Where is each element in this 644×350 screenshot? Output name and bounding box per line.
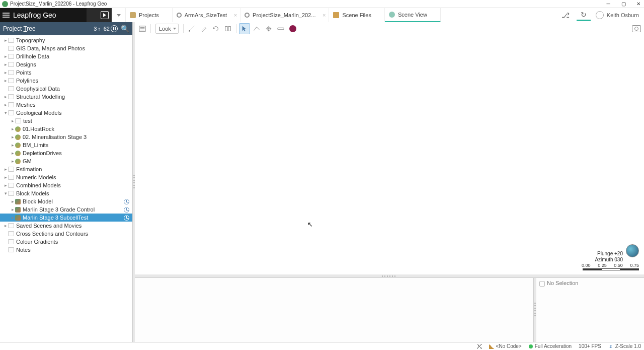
- folder-icon: [8, 78, 14, 83]
- measure-tool[interactable]: [186, 23, 197, 34]
- scale-labels: 0.000.250.500.75: [582, 263, 639, 268]
- project-tree[interactable]: ▸Topography ▸GIS Data, Maps and Photos ▸…: [0, 35, 132, 342]
- folder-icon: [15, 118, 21, 123]
- status-axis[interactable]: [477, 344, 482, 349]
- rotate-tool[interactable]: [210, 23, 221, 34]
- tab-label: ArmArs_SizeTest: [185, 12, 227, 18]
- header-right-icons: ⎇ ↻ Keith Osburn: [559, 8, 644, 22]
- tree-gm-gm[interactable]: ▸GM: [0, 157, 132, 165]
- shape-list-panel[interactable]: [135, 278, 534, 342]
- scene-toolbar: Look: [135, 22, 644, 35]
- model-icon: [15, 126, 21, 132]
- select-tool[interactable]: [239, 23, 250, 34]
- tree-geological-models[interactable]: ▾Geological Models: [0, 109, 132, 117]
- status-dot-icon: [529, 344, 533, 348]
- tab-scene-view[interactable]: Scene View: [385, 8, 441, 22]
- compass-widget[interactable]: Plunge +20 Azimuth 030 0.000.250.500.75: [582, 251, 639, 270]
- tree-estimation[interactable]: ▸Estimation: [0, 165, 132, 173]
- ruler-tool[interactable]: [275, 23, 286, 34]
- chevron-down-icon: [117, 14, 121, 17]
- tree-combined[interactable]: ▸Combined Models: [0, 181, 132, 189]
- screenshot-button[interactable]: [631, 23, 642, 34]
- folder-icon: [8, 223, 14, 228]
- tree-gis[interactable]: ▸GIS Data, Maps and Photos: [0, 44, 132, 52]
- processing-icon: [124, 215, 129, 221]
- menu-button[interactable]: [0, 8, 12, 22]
- tab-close-icon[interactable]: ×: [323, 12, 326, 18]
- status-code[interactable]: <No Code>: [489, 343, 522, 349]
- close-button[interactable]: ✕: [635, 1, 642, 8]
- tree-gm-depletion[interactable]: ▸DepletionDrives: [0, 149, 132, 157]
- tree-gm-bmlimits[interactable]: ▸BM_Limits: [0, 141, 132, 149]
- look-dropdown[interactable]: Look: [155, 24, 179, 34]
- slice-tool[interactable]: [222, 23, 233, 34]
- record-icon: [289, 25, 296, 32]
- tree-gm-hostrock[interactable]: ▸01.HostRock: [0, 125, 132, 133]
- tree-points[interactable]: ▸Points: [0, 68, 132, 77]
- compass-ball-icon[interactable]: [626, 244, 639, 257]
- tab-projectsize[interactable]: ProjectSize_Marlin_202... ×: [240, 8, 329, 22]
- folder-icon: [8, 110, 14, 115]
- status-zscale[interactable]: zZ-Scale 1.0: [608, 343, 641, 349]
- scene-viewport[interactable]: ↖ Plunge +20 Azimuth 030 0.000.250.500.7…: [135, 35, 644, 274]
- minimize-button[interactable]: ─: [605, 1, 612, 8]
- tree-saved-scenes[interactable]: ▸Saved Scenes and Movies: [0, 222, 132, 230]
- svg-rect-5: [225, 26, 227, 31]
- user-menu[interactable]: Keith Osburn: [596, 11, 639, 19]
- pen-tool[interactable]: [198, 23, 209, 34]
- folder-icon: [8, 62, 14, 67]
- projects-icon: [130, 12, 136, 18]
- tree-bm-block[interactable]: ▸Block Model: [0, 197, 132, 205]
- folder-icon: [8, 191, 14, 196]
- no-selection-label: No Selection: [547, 280, 578, 286]
- tree-bm-subcell[interactable]: ▸Marlin Stage 3 SubcellTest: [0, 214, 132, 222]
- tree-structural[interactable]: ▸Structural Modelling: [0, 93, 132, 101]
- block-model-icon: [15, 207, 21, 213]
- tree-numeric[interactable]: ▸Numeric Models: [0, 173, 132, 181]
- block-model-icon: [15, 215, 21, 221]
- tree-gm-mineralisation[interactable]: ▸02. Mineralisation Stage 3: [0, 133, 132, 141]
- tree-drillhole[interactable]: ▸Drillhole Data: [0, 52, 132, 60]
- tabs-dropdown[interactable]: [112, 8, 126, 22]
- tree-block-models[interactable]: ▾Block Models: [0, 189, 132, 197]
- tab-close-icon[interactable]: ×: [234, 12, 237, 18]
- tree-cross-sections[interactable]: ▸Cross Sections and Contours: [0, 230, 132, 238]
- add-point-tool[interactable]: [263, 23, 274, 34]
- folder-icon: [8, 231, 14, 236]
- sync-icon[interactable]: ↻: [577, 9, 591, 21]
- tree-bm-grade[interactable]: ▸Marlin Stage 3 Grade Control: [0, 205, 132, 214]
- folder-icon: [8, 239, 14, 244]
- status-acceleration[interactable]: Full Acceleration: [529, 343, 572, 349]
- pause-icon: [111, 25, 118, 32]
- folder-icon: [8, 86, 14, 91]
- scene-list-button[interactable]: [137, 23, 148, 34]
- svg-rect-10: [278, 28, 284, 30]
- tree-designs[interactable]: ▸Designs: [0, 60, 132, 68]
- tree-topography[interactable]: ▸Topography: [0, 36, 132, 44]
- scene-files-icon: [333, 12, 339, 18]
- search-button[interactable]: 🔍: [121, 25, 129, 33]
- processing-icon: [124, 207, 129, 213]
- project-icon: [245, 13, 250, 18]
- properties-panel[interactable]: No Selection: [536, 278, 644, 342]
- tree-stat-b[interactable]: 62: [104, 25, 118, 32]
- draw-line-tool[interactable]: [251, 23, 262, 34]
- tab-armars[interactable]: ArmArs_SizeTest ×: [173, 8, 240, 22]
- play-area: [87, 8, 112, 22]
- tab-scene-files[interactable]: Scene Files: [329, 8, 384, 22]
- tree-notes[interactable]: ▸Notes: [0, 246, 132, 254]
- axis-icon: [477, 344, 482, 349]
- tree-polylines[interactable]: ▸Polylines: [0, 77, 132, 85]
- maximize-button[interactable]: ▢: [620, 1, 627, 8]
- svg-rect-6: [228, 26, 230, 31]
- tree-meshes[interactable]: ▸Meshes: [0, 101, 132, 109]
- folder-icon: [8, 102, 14, 107]
- record-button[interactable]: [287, 23, 298, 34]
- tree-gradients[interactable]: ▸Colour Gradients: [0, 238, 132, 246]
- tree-gm-test[interactable]: ▸test: [0, 117, 132, 125]
- branch-icon[interactable]: ⎇: [559, 9, 572, 21]
- tab-projects[interactable]: Projects: [126, 8, 173, 22]
- play-button[interactable]: [101, 11, 109, 19]
- project-tree-header: Project Tree 3↑ 62 🔍: [0, 22, 132, 35]
- tree-geophys[interactable]: ▸Geophysical Data: [0, 85, 132, 93]
